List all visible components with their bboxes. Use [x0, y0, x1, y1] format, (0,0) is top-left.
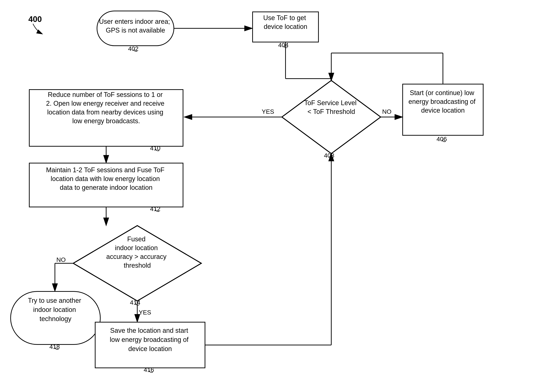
diagram-title: 400 — [28, 15, 42, 24]
svg-marker-5 — [282, 80, 381, 154]
node-412-label: Maintain 1-2 ToF sessions and Fuse ToF l… — [46, 166, 166, 191]
edge-no-414: NO — [56, 256, 66, 263]
edge-no-408: NO — [382, 108, 391, 115]
edge-yes-414: YES — [139, 309, 151, 316]
flowchart-diagram: 400 User enters indoor area; GPS is not … — [0, 0, 539, 392]
edge-yes-408: YES — [262, 108, 274, 115]
